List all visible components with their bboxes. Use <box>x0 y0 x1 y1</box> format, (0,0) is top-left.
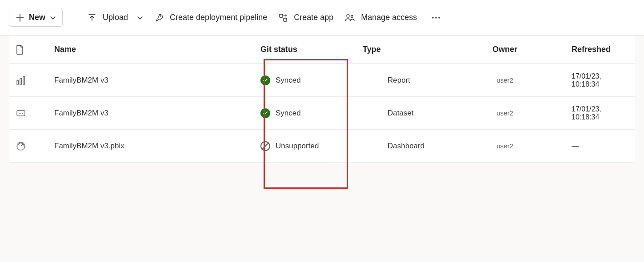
item-refreshed: 17/01/23, 10:18:34 <box>549 105 631 121</box>
more-options-button[interactable] <box>428 13 444 22</box>
checkmark-circle-icon <box>260 108 270 118</box>
plus-icon <box>16 13 24 22</box>
svg-rect-1 <box>284 18 287 21</box>
report-icon <box>16 75 47 85</box>
toolbar: New Upload Create deployment pipeline Cr… <box>0 0 644 36</box>
item-git-status: Synced <box>260 75 363 85</box>
header-icon-col <box>16 45 47 55</box>
item-name: FamilyBM2M v3.pbix <box>47 142 260 151</box>
checkmark-circle-icon <box>260 75 270 85</box>
chevron-down-icon <box>137 15 143 21</box>
item-refreshed: — <box>549 142 631 150</box>
svg-rect-8 <box>20 78 22 84</box>
item-owner: user2 <box>460 76 549 84</box>
dashboard-icon <box>16 141 47 151</box>
svg-point-12 <box>20 113 21 114</box>
svg-point-5 <box>436 17 437 18</box>
svg-rect-0 <box>280 14 283 17</box>
svg-point-11 <box>19 113 20 114</box>
rocket-icon <box>155 13 164 22</box>
chevron-down-icon <box>50 15 56 21</box>
create-pipeline-label: Create deployment pipeline <box>170 13 267 22</box>
table-row[interactable]: FamilyBM2M v3 Synced Dataset user2 17/01… <box>9 97 635 130</box>
dataset-icon <box>16 108 47 118</box>
more-horizontal-icon <box>431 13 441 22</box>
header-owner[interactable]: Owner <box>460 45 549 54</box>
item-table: Name Git status Type Owner Refreshed Fam… <box>9 36 635 163</box>
table-row[interactable]: FamilyBM2M v3 Synced Report user2 17/01/… <box>9 64 635 97</box>
new-button-label: New <box>29 13 45 22</box>
item-refreshed: 17/01/23, 10:18:34 <box>549 72 631 88</box>
item-owner: user2 <box>460 142 549 150</box>
header-git-status[interactable]: Git status <box>260 45 363 54</box>
git-status-label: Synced <box>276 76 301 85</box>
manage-access-label: Manage access <box>361 13 417 22</box>
git-status-label: Unsupported <box>276 142 319 151</box>
file-icon <box>16 45 24 55</box>
item-type: Report <box>363 76 460 85</box>
item-type: Dataset <box>363 109 460 118</box>
new-button[interactable]: New <box>9 9 63 27</box>
svg-point-4 <box>432 17 434 18</box>
upload-button[interactable]: Upload <box>88 9 143 27</box>
people-icon <box>345 13 355 22</box>
git-status-label: Synced <box>276 109 301 118</box>
table-row[interactable]: FamilyBM2M v3.pbix Unsupported Dashboard… <box>9 130 635 163</box>
app-icon <box>279 13 288 22</box>
header-type[interactable]: Type <box>363 45 460 54</box>
item-name: FamilyBM2M v3 <box>47 76 260 85</box>
block-icon <box>260 141 270 151</box>
table-header-row: Name Git status Type Owner Refreshed <box>9 36 635 64</box>
item-owner: user2 <box>460 109 549 117</box>
svg-point-6 <box>439 17 440 18</box>
create-app-label: Create app <box>294 13 333 22</box>
manage-access-button[interactable]: Manage access <box>345 9 417 27</box>
workspace-content: Name Git status Type Owner Refreshed Fam… <box>0 36 644 262</box>
svg-rect-7 <box>17 80 19 84</box>
item-git-status: Unsupported <box>260 141 363 151</box>
upload-label: Upload <box>103 13 128 22</box>
svg-rect-9 <box>23 76 25 84</box>
svg-point-2 <box>347 15 349 17</box>
svg-point-3 <box>351 15 353 17</box>
item-type: Dashboard <box>363 142 460 151</box>
header-name[interactable]: Name <box>47 45 260 54</box>
item-git-status: Synced <box>260 108 363 118</box>
svg-point-13 <box>22 113 23 114</box>
item-name: FamilyBM2M v3 <box>47 109 260 118</box>
upload-icon <box>88 13 96 22</box>
header-refreshed[interactable]: Refreshed <box>549 45 631 54</box>
create-deployment-pipeline-button[interactable]: Create deployment pipeline <box>155 9 267 27</box>
create-app-button[interactable]: Create app <box>279 9 333 27</box>
